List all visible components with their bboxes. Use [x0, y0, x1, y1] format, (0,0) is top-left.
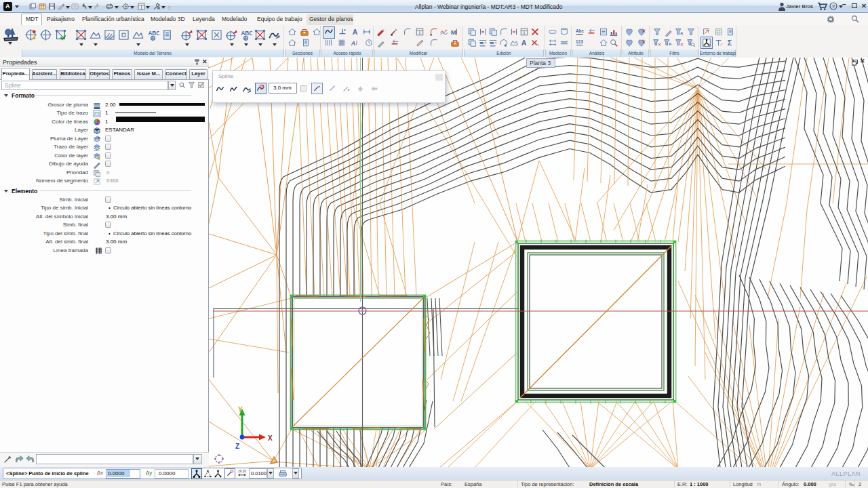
svg-text:A: A	[351, 40, 355, 47]
svg-text:A: A	[669, 41, 672, 46]
svg-text:A: A	[680, 30, 684, 35]
svg-text:A: A	[353, 28, 358, 36]
svg-text:ABC: ABC	[241, 30, 252, 37]
svg-text:?: ?	[832, 3, 835, 9]
svg-text:Abc: Abc	[576, 28, 585, 33]
svg-text:123: 123	[576, 39, 583, 44]
svg-text:ABC: ABC	[148, 30, 159, 37]
svg-text:X: X	[268, 434, 273, 442]
svg-text:Σ: Σ	[728, 39, 732, 47]
svg-text:Y: Y	[238, 406, 243, 413]
svg-text:Z: Z	[235, 443, 239, 450]
svg-text:M: M	[451, 28, 456, 36]
svg-text:A: A	[521, 39, 527, 47]
svg-text:19.20: 19.20	[238, 470, 246, 473]
